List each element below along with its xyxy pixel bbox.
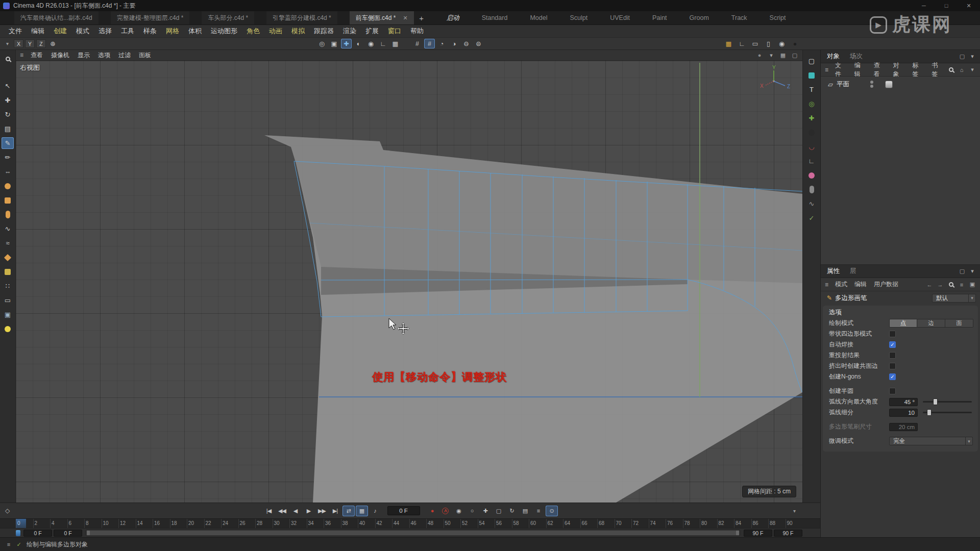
- doc-tab[interactable]: 前车侧面.c4d *✕: [350, 11, 414, 24]
- strip-quad-mode-checkbox[interactable]: [889, 331, 896, 337]
- coordinate-system-icon[interactable]: ⊕: [47, 39, 58, 48]
- range-start-field[interactable]: 0 F: [54, 530, 82, 537]
- magnet-icon[interactable]: ◡: [805, 141, 818, 153]
- ruler-frame-label[interactable]: 56: [495, 519, 512, 528]
- axis-lock-y[interactable]: Y: [25, 39, 35, 48]
- range-handle-right[interactable]: [736, 531, 739, 535]
- dark-sphere-icon[interactable]: [805, 127, 818, 138]
- spline-pen[interactable]: ∿: [2, 223, 14, 235]
- new-tab-button[interactable]: +: [414, 11, 429, 24]
- attribute-hamburger-icon[interactable]: ≡: [825, 281, 828, 288]
- panel-menu-item[interactable]: 编辑: [851, 280, 870, 289]
- key-selection-button[interactable]: ○: [466, 506, 478, 516]
- menu-item[interactable]: 文件: [4, 27, 27, 36]
- menu-item[interactable]: 创建: [49, 27, 71, 36]
- doc-tab[interactable]: 汽车最终确认结...副本.c4d: [14, 11, 99, 24]
- menu-item[interactable]: 帮助: [406, 27, 428, 36]
- doc-tab[interactable]: 车头部分.c4d *: [202, 11, 254, 24]
- menu-item[interactable]: 网格: [161, 27, 184, 36]
- list-icon[interactable]: ≡: [958, 281, 965, 289]
- menu-item[interactable]: 角色: [242, 27, 264, 36]
- ruler-frame-label[interactable]: 70: [615, 519, 632, 528]
- layout-tab[interactable]: Standard: [482, 14, 508, 21]
- light-object[interactable]: [2, 323, 14, 335]
- ruler-frame-label[interactable]: 30: [273, 519, 290, 528]
- ruler-frame-label[interactable]: 24: [221, 519, 238, 528]
- arc-subdivision-field[interactable]: 10: [889, 409, 918, 417]
- check-tool-icon[interactable]: ✓: [805, 212, 818, 224]
- viewport-menu-item[interactable]: 摄像机: [47, 51, 74, 60]
- capsule-primitive[interactable]: [2, 209, 14, 220]
- search-icon[interactable]: [947, 281, 954, 289]
- ruler-frame-label[interactable]: 46: [409, 519, 427, 528]
- ruler-frame-label[interactable]: 2: [33, 519, 51, 528]
- view-layout-icon[interactable]: ▦: [779, 51, 787, 59]
- viewport-menu-item[interactable]: 显示: [74, 51, 94, 60]
- layout-tab[interactable]: Paint: [652, 14, 667, 21]
- ruler-frame-label[interactable]: 26: [238, 519, 256, 528]
- ruler-frame-label[interactable]: 52: [460, 519, 478, 528]
- quantize-icon[interactable]: #: [412, 39, 423, 48]
- loop-toggle[interactable]: ⇄: [342, 506, 355, 516]
- snap-equal-icon[interactable]: ⊜: [473, 39, 484, 48]
- lock-icon[interactable]: ▣: [969, 281, 976, 289]
- range-toggle[interactable]: ▦: [356, 506, 368, 516]
- doc-tab[interactable]: 引擎盖部分建模.c4d *: [266, 11, 337, 24]
- object-item[interactable]: ▱平面: [821, 79, 980, 90]
- prev-frame-button[interactable]: ◀: [289, 506, 302, 516]
- ruler-frame-label[interactable]: 88: [768, 519, 786, 528]
- ruler-frame-label[interactable]: 34: [307, 519, 324, 528]
- ruler-frame-label[interactable]: 80: [700, 519, 717, 528]
- snap-minus-icon[interactable]: ⊖: [461, 39, 472, 48]
- snap-quarter-icon[interactable]: ◔: [436, 39, 447, 48]
- play-button[interactable]: ▶: [303, 506, 315, 516]
- range-marker[interactable]: [16, 530, 20, 536]
- scale-tool[interactable]: ▤: [2, 123, 14, 135]
- viewport-menu-item[interactable]: 过滤: [114, 51, 135, 60]
- timeline-ruler[interactable]: 0246810121416182022242628303234363840424…: [0, 518, 820, 528]
- goto-start-button[interactable]: |◀: [263, 506, 275, 516]
- sphere-primitive[interactable]: [2, 180, 14, 192]
- key-rotation-toggle[interactable]: ↻: [506, 506, 518, 516]
- layout-monitor-icon[interactable]: ▭: [750, 39, 761, 48]
- menu-item[interactable]: 窗口: [383, 27, 406, 36]
- panel-menu-item[interactable]: 标签: [909, 61, 928, 79]
- current-frame-field[interactable]: 0 F: [387, 506, 420, 515]
- panel-menu-item[interactable]: 模式: [831, 280, 851, 289]
- timeline-marker-icon[interactable]: ◇: [5, 507, 10, 514]
- coplanar-edges-checkbox[interactable]: [889, 363, 896, 369]
- layout-tab[interactable]: Sculpt: [570, 14, 587, 21]
- arc-max-angle-slider[interactable]: [923, 401, 972, 403]
- ruler-frame-label[interactable]: 18: [170, 519, 187, 528]
- snap-3d-icon[interactable]: ◐: [353, 39, 364, 48]
- goto-end-button[interactable]: ▶|: [329, 506, 341, 516]
- menu-item[interactable]: 渲染: [338, 27, 361, 36]
- tweak-mode-dropdown[interactable]: 完全▾: [889, 437, 973, 445]
- ruler-frame-label[interactable]: 10: [102, 519, 119, 528]
- arc-subdivision-slider[interactable]: [923, 412, 972, 413]
- toggle-views-icon[interactable]: ▢: [791, 51, 798, 59]
- draw-mode-option[interactable]: 边: [917, 319, 945, 328]
- timeline-options-icon[interactable]: ▾: [793, 508, 796, 514]
- modeling-axis-icon[interactable]: ◎: [316, 39, 327, 48]
- arc-max-angle-field[interactable]: 45 °: [889, 398, 918, 406]
- keyframe-button[interactable]: ◉: [453, 506, 465, 516]
- reproject-result-checkbox[interactable]: [889, 352, 896, 359]
- range-end-field[interactable]: 90 F: [774, 530, 802, 537]
- playhead[interactable]: [16, 519, 26, 528]
- menu-item[interactable]: 体积: [184, 27, 206, 36]
- viewport-3d-view[interactable]: [16, 61, 802, 503]
- panel-menu-item[interactable]: 查看: [870, 61, 890, 79]
- next-frame-button[interactable]: ▶▶: [316, 506, 328, 516]
- ruler-frame-label[interactable]: 40: [358, 519, 375, 528]
- zoom-tool[interactable]: [2, 53, 14, 65]
- key-scale-toggle[interactable]: ▢: [493, 506, 505, 516]
- ruler-frame-label[interactable]: 62: [546, 519, 564, 528]
- ruler-frame-label[interactable]: 78: [683, 519, 700, 528]
- ruler-frame-label[interactable]: 54: [478, 519, 495, 528]
- menu-item[interactable]: 扩展: [361, 27, 383, 36]
- deformer-object[interactable]: [2, 266, 14, 278]
- layout-tab[interactable]: UVEdit: [610, 14, 630, 21]
- snap-modes-icon[interactable]: ◉: [365, 39, 376, 48]
- viewport-canvas[interactable]: 右视图 使用【移动命令】调整形状 网格间距 : 5 cm Y Z X: [16, 61, 802, 503]
